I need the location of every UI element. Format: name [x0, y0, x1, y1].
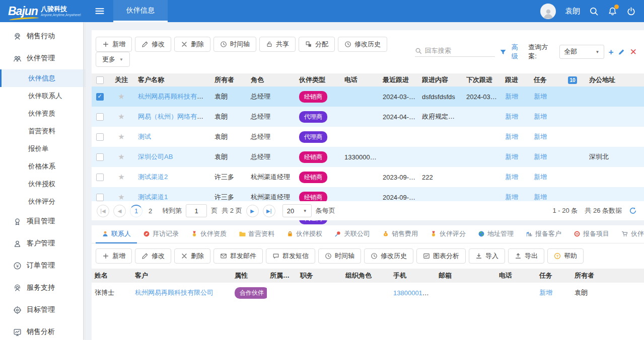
tab-拜访记录[interactable]: 拜访记录 [137, 225, 185, 243]
column-header-任务[interactable]: 任务 [536, 271, 571, 280]
toolbar-分配-button[interactable]: 分配 [299, 37, 335, 52]
tab-报备客户[interactable]: 报备客户 [520, 225, 567, 243]
toolbar-共享-button[interactable]: 共享 [259, 37, 296, 52]
column-header-姓名[interactable]: 姓名 [92, 271, 132, 280]
customer-name-link[interactable]: 测试渠道1 [138, 193, 168, 201]
add-follow-link[interactable]: 新增 [505, 93, 518, 100]
user-name[interactable]: 袁朗 [565, 7, 580, 16]
add-follow-link[interactable]: 新增 [505, 173, 518, 181]
toolbar-更多-button[interactable]: 更多 ▼ [96, 52, 130, 67]
bottom-toolbar-群发短信-button[interactable]: 群发短信 [266, 248, 315, 264]
table-row[interactable]: ★ 测试 袁朗 总经理 代理商 新增 新增 [92, 127, 644, 147]
bottom-toolbar-导入-button[interactable]: 导入 [469, 248, 505, 264]
column-header-关注[interactable]: 关注 [108, 75, 135, 84]
sidebar-item-项目管理[interactable]: 项目管理 [0, 210, 85, 232]
column-header-最近跟进[interactable]: 最近跟进 [380, 75, 419, 84]
filter-icon[interactable] [499, 48, 507, 56]
column-header-角色[interactable]: 角色 [248, 75, 296, 84]
bottom-toolbar-新增-button[interactable]: 新增 [96, 248, 132, 264]
column-header-客户[interactable]: 客户 [132, 271, 232, 280]
row-checkbox[interactable] [96, 153, 104, 161]
bottom-toolbar-修改-button[interactable]: 修改 [135, 248, 171, 264]
tab-伙伴评分[interactable]: 伙伴评分 [424, 225, 472, 243]
contact-customer-link[interactable]: 杭州网易再顾科技有限公司 [135, 289, 213, 296]
sidebar-item-订单管理[interactable]: ¥ 订单管理 [0, 254, 85, 277]
bottom-toolbar-时间轴-button[interactable]: 时间轴 [318, 248, 361, 264]
tab-partner-info[interactable]: 伙伴信息 [113, 0, 168, 22]
row-checkbox[interactable] [96, 194, 104, 201]
column-header-组织角色[interactable]: 组织角色 [342, 271, 390, 280]
first-page-button[interactable]: |◀ [97, 205, 109, 217]
tab-首营资料[interactable]: 首营资料 [233, 225, 280, 243]
search-input[interactable] [425, 47, 490, 54]
add-task-link[interactable]: 新增 [534, 153, 547, 160]
column-header-手机[interactable]: 手机 [390, 271, 436, 280]
column-header-跟进内容[interactable]: 跟进内容 [419, 75, 463, 84]
row-checkbox[interactable] [96, 174, 104, 181]
page-button-1[interactable]: 1 [130, 205, 142, 217]
mobile-link[interactable]: 13800001235 [393, 289, 434, 297]
tab-伙伴授权[interactable]: 伙伴授权 [280, 225, 328, 243]
table-row[interactable]: ★ 测试渠道2 许三多 杭州渠道经理 经销商 2023-09-21 222 新增… [92, 167, 644, 187]
add-task-link[interactable]: 新增 [539, 289, 552, 296]
customer-name-link[interactable]: 网易（杭州）网络有限公司 [138, 113, 211, 120]
avatar[interactable] [540, 4, 556, 19]
page-size-select[interactable]: 20 ▼ [282, 204, 312, 217]
toolbar-修改-button[interactable]: 修改 [135, 37, 171, 52]
toolbar-修改历史-button[interactable]: 修改历史 [338, 37, 387, 52]
power-icon[interactable] [626, 7, 636, 16]
sidebar-item-服务支持[interactable]: 服务支持 [0, 277, 85, 299]
tab-地址管理[interactable]: 地址管理 [472, 225, 520, 243]
bottom-toolbar-群发邮件-button[interactable]: 群发邮件 [213, 248, 263, 264]
sidebar-item-报价单[interactable]: 报价单 [0, 140, 85, 157]
sidebar-item-首营资料[interactable]: 首营资料 [0, 122, 85, 140]
refresh-icon[interactable] [629, 207, 637, 215]
bottom-toolbar-帮助-button[interactable]: ? 帮助 [547, 248, 584, 264]
bottom-toolbar-修改历史-button[interactable]: 修改历史 [364, 248, 413, 264]
hamburger-icon[interactable] [94, 6, 105, 17]
sidebar-item-目标管理[interactable]: 目标管理 [0, 299, 85, 321]
sidebar-item-客户管理[interactable]: 客户管理 [0, 232, 85, 254]
sidebar-item-伙伴联系人[interactable]: 伙伴联系人 [0, 87, 85, 105]
customer-name-link[interactable]: 深圳公司AB [138, 153, 173, 160]
tab-伙伴报单[interactable]: 伙伴报单 [615, 225, 644, 243]
add-task-link[interactable]: 新增 [534, 193, 547, 201]
table-row[interactable]: ★ 网易（杭州）网络有限公司 袁朗 总经理 代理商 2024-04-19 政府规… [92, 107, 644, 127]
edit-query-plan-button[interactable] [618, 48, 625, 56]
star-icon[interactable]: ★ [118, 173, 124, 182]
star-icon[interactable]: ★ [118, 92, 124, 101]
sidebar-item-销售分析[interactable]: 销售分析 [0, 321, 85, 340]
column-header-所有者[interactable]: 所有者 [571, 271, 614, 280]
add-follow-link[interactable]: 新增 [505, 133, 518, 140]
row-checkbox[interactable] [96, 133, 104, 141]
add-task-link[interactable]: 新增 [534, 173, 547, 181]
star-icon[interactable]: ★ [118, 152, 124, 161]
column-header-电话[interactable]: 电话 [341, 75, 380, 84]
tab-关联公司[interactable]: 关联公司 [328, 225, 376, 243]
add-follow-link[interactable]: 新增 [505, 113, 518, 120]
search-icon[interactable] [589, 7, 599, 16]
bottom-toolbar-删除-button[interactable]: 删除 [174, 248, 210, 264]
column-header-办公地址[interactable]: 办公地址 [586, 75, 644, 84]
tab-销售费用[interactable]: ¥ 销售费用 [376, 225, 424, 243]
add-follow-link[interactable]: 新增 [505, 153, 518, 160]
tab-伙伴资质[interactable]: 伙伴资质 [185, 225, 233, 243]
goto-page-input[interactable] [186, 204, 207, 217]
row-checkbox[interactable] [96, 93, 104, 101]
sidebar-item-伙伴授权[interactable]: 伙伴授权 [0, 175, 85, 193]
sidebar-item-伙伴资质[interactable]: 伙伴资质 [0, 105, 85, 122]
star-icon[interactable]: ★ [118, 132, 124, 141]
sidebar-item-伙伴信息[interactable]: 伙伴信息 [0, 69, 85, 87]
last-page-button[interactable]: ▶| [263, 205, 275, 217]
column-header-所属部门[interactable]: 所属部门 [267, 271, 297, 280]
page-button-2[interactable]: 2 [147, 207, 154, 215]
column-header-所有者[interactable]: 所有者 [211, 75, 248, 84]
sidebar-item-伙伴评分[interactable]: 伙伴评分 [0, 193, 85, 210]
bottom-toolbar-图表分析-button[interactable]: 图表分析 [416, 248, 466, 264]
add-follow-link[interactable]: 新增 [505, 193, 518, 201]
query-plan-select[interactable]: 全部 ▼ [559, 45, 604, 59]
customer-name-link[interactable]: 测试 [138, 133, 151, 140]
sidebar-item-销售行动[interactable]: 销售行动 [0, 25, 85, 47]
column-header-伙伴类型[interactable]: 伙伴类型 [296, 75, 341, 84]
add-query-plan-button[interactable]: + [609, 48, 614, 56]
